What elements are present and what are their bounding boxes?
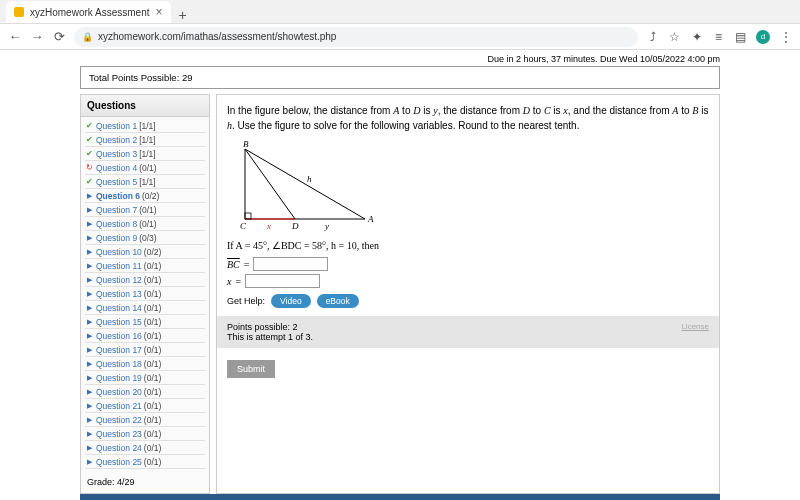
share-icon[interactable]: ⤴ (646, 30, 659, 43)
browser-tabstrip: xyzHomework Assessment × + (0, 0, 800, 24)
question-item[interactable]: ▶Question 6 (0/2) (85, 189, 205, 203)
question-item[interactable]: ▶Question 10 (0/2) (85, 245, 205, 259)
question-link: Question 7 (96, 205, 137, 215)
address-bar[interactable]: 🔒 xyzhomework.com/imathas/assessment/sho… (74, 27, 638, 47)
question-item[interactable]: ▶Question 9 (0/3) (85, 231, 205, 245)
play-icon: ▶ (85, 458, 94, 466)
question-link: Question 4 (96, 163, 137, 173)
question-item[interactable]: ▶Question 13 (0/1) (85, 287, 205, 301)
question-link: Question 12 (96, 275, 142, 285)
forward-button[interactable]: → (30, 30, 44, 44)
tab-favicon (14, 7, 24, 17)
play-icon: ▶ (85, 262, 94, 270)
submit-button[interactable]: Submit (227, 360, 275, 378)
question-item[interactable]: ▶Question 25 (0/1) (85, 455, 205, 469)
label-h: h (307, 174, 312, 184)
play-icon: ▶ (85, 290, 94, 298)
help-row: Get Help: Video eBook (227, 294, 709, 308)
question-item[interactable]: ▶Question 24 (0/1) (85, 441, 205, 455)
check-icon: ✔ (85, 177, 94, 186)
question-item[interactable]: ✔Question 5 [1/1] (85, 175, 205, 189)
question-score: (0/2) (142, 191, 159, 201)
question-item[interactable]: ▶Question 17 (0/1) (85, 343, 205, 357)
help-label: Get Help: (227, 296, 265, 306)
question-score: (0/1) (144, 359, 161, 369)
play-icon: ▶ (85, 402, 94, 410)
question-link: Question 2 (96, 135, 137, 145)
question-item[interactable]: ▶Question 23 (0/1) (85, 427, 205, 441)
play-icon: ▶ (85, 444, 94, 452)
question-item[interactable]: ▶Question 20 (0/1) (85, 385, 205, 399)
tab-close-icon[interactable]: × (155, 5, 162, 19)
question-item[interactable]: ↻Question 4 (0/1) (85, 161, 205, 175)
question-link: Question 23 (96, 429, 142, 439)
question-link: Question 10 (96, 247, 142, 257)
redo-icon: ↻ (85, 163, 94, 172)
label-C: C (240, 221, 247, 231)
question-item[interactable]: ▶Question 11 (0/1) (85, 259, 205, 273)
bc-input[interactable] (253, 257, 328, 271)
question-score: [1/1] (139, 135, 156, 145)
question-link: Question 16 (96, 331, 142, 341)
question-item[interactable]: ✔Question 2 [1/1] (85, 133, 205, 147)
question-item[interactable]: ▶Question 12 (0/1) (85, 273, 205, 287)
question-item[interactable]: ✔Question 3 [1/1] (85, 147, 205, 161)
browser-tab[interactable]: xyzHomework Assessment × (6, 1, 171, 23)
question-link: Question 3 (96, 149, 137, 159)
question-item[interactable]: ▶Question 8 (0/1) (85, 217, 205, 231)
play-icon: ▶ (85, 192, 94, 200)
menu-icon[interactable]: ⋮ (779, 30, 792, 43)
attempt-footer: Points possible: 2 This is attempt 1 of … (217, 316, 719, 348)
question-score: (0/1) (144, 415, 161, 425)
question-link: Question 17 (96, 345, 142, 355)
video-button[interactable]: Video (271, 294, 311, 308)
question-score: (0/1) (144, 303, 161, 313)
label-y: y (324, 221, 329, 231)
question-item[interactable]: ▶Question 14 (0/1) (85, 301, 205, 315)
label-x: x (266, 221, 271, 231)
question-link: Question 1 (96, 121, 137, 131)
question-score: (0/1) (144, 289, 161, 299)
svg-rect-3 (245, 213, 251, 219)
play-icon: ▶ (85, 416, 94, 424)
question-item[interactable]: ▶Question 21 (0/1) (85, 399, 205, 413)
extensions-icon[interactable]: ✦ (690, 30, 703, 43)
license-link[interactable]: License (681, 322, 709, 331)
check-icon: ✔ (85, 149, 94, 158)
list-icon[interactable]: ≡ (712, 30, 725, 43)
question-score: (0/2) (144, 247, 161, 257)
question-score: (0/1) (144, 429, 161, 439)
panel-icon[interactable]: ▤ (734, 30, 747, 43)
ebook-button[interactable]: eBook (317, 294, 359, 308)
profile-avatar[interactable]: d (756, 30, 770, 44)
attempt-text: This is attempt 1 of 3. (227, 332, 313, 342)
back-button[interactable]: ← (8, 30, 22, 44)
question-item[interactable]: ▶Question 18 (0/1) (85, 357, 205, 371)
play-icon: ▶ (85, 304, 94, 312)
reload-button[interactable]: ⟳ (52, 30, 66, 44)
question-link: Question 21 (96, 401, 142, 411)
question-item[interactable]: ▶Question 19 (0/1) (85, 371, 205, 385)
label-A: A (367, 214, 374, 224)
star-icon[interactable]: ☆ (668, 30, 681, 43)
problem-text: In the figure below, the distance from A… (227, 103, 709, 133)
question-item[interactable]: ✔Question 1 [1/1] (85, 119, 205, 133)
question-link: Question 13 (96, 289, 142, 299)
x-input[interactable] (245, 274, 320, 288)
new-tab-button[interactable]: + (171, 7, 195, 23)
page-content: Due in 2 hours, 37 minutes. Due Wed 10/0… (0, 50, 800, 494)
question-item[interactable]: ▶Question 7 (0/1) (85, 203, 205, 217)
question-score: (0/1) (144, 373, 161, 383)
toolbar-actions: ⤴ ☆ ✦ ≡ ▤ d ⋮ (646, 30, 792, 44)
question-score: [1/1] (139, 177, 156, 187)
points-possible: Total Points Possible: 29 (80, 66, 720, 89)
question-score: (0/1) (144, 345, 161, 355)
question-item[interactable]: ▶Question 16 (0/1) (85, 329, 205, 343)
question-item[interactable]: ▶Question 15 (0/1) (85, 315, 205, 329)
label-B: B (243, 139, 249, 149)
grade-text: Grade: 4/29 (81, 471, 209, 493)
check-icon: ✔ (85, 121, 94, 130)
question-score: (0/1) (144, 401, 161, 411)
equation-x: x = (227, 274, 709, 288)
question-item[interactable]: ▶Question 22 (0/1) (85, 413, 205, 427)
